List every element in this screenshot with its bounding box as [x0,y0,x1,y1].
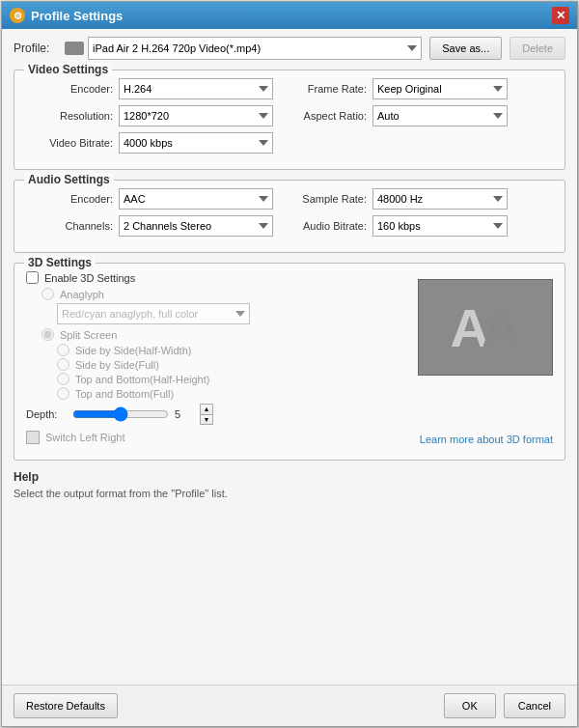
audio-encoder-col: Encoder: AAC [26,188,290,215]
video-settings-title: Video Settings [24,63,112,76]
channels-select[interactable]: 2 Channels Stereo [119,215,273,237]
learn-more-row: Learn more about 3D format [131,433,553,446]
app-icon: ⚙ [10,8,25,23]
titlebar: ⚙ Profile Settings ✕ [2,2,577,29]
3d-settings-title: 3D Settings [24,256,96,269]
side-by-side-half-radio[interactable] [57,344,69,356]
enable-3d-checkbox[interactable] [26,271,39,284]
resolution-col: Resolution: 1280*720 [26,105,290,132]
audio-encoder-label: Encoder: [26,193,113,205]
audio-settings-section: Audio Settings Encoder: AAC Sample Rate: [14,180,565,253]
audio-bitrate-label: Audio Bitrate: [290,220,367,232]
save-as-button[interactable]: Save as... [429,37,502,60]
aspect-ratio-row: Aspect Ratio: Auto [290,105,553,126]
encoder-col: Encoder: H.264 [26,78,290,105]
footer-right: OK Cancel [444,693,565,718]
switch-left-right-row: Switch Left Right Learn more about 3D fo… [26,429,553,446]
aspect-ratio-col: Aspect Ratio: Auto [290,105,553,132]
top-bottom-half-radio[interactable] [57,373,69,385]
encoder-row: Encoder: H.264 [26,78,290,99]
resolution-row: Resolution: 1280*720 [26,105,290,126]
encoder-label: Encoder: [26,83,113,95]
audio-bitrate-row: Audio Bitrate: 160 kbps [290,215,553,237]
delete-button[interactable]: Delete [510,37,565,60]
video-settings-section: Video Settings Encoder: H.264 Frame Rate… [14,70,565,170]
depth-slider[interactable] [72,406,169,422]
profile-icon [65,42,84,55]
top-bottom-half-label: Top and Bottom(Half-Height) [75,374,209,385]
profile-select-container: iPad Air 2 H.264 720p Video(*.mp4) [65,37,422,60]
titlebar-left: ⚙ Profile Settings [10,8,123,23]
side-by-side-half-label: Side by Side(Half-Width) [75,345,191,356]
frame-rate-label: Frame Rate: [290,83,367,95]
switch-left-right-label: Switch Left Right [45,432,125,443]
depth-increment-button[interactable]: ▲ [201,405,212,415]
main-content: Profile: iPad Air 2 H.264 720p Video(*.m… [2,29,577,685]
profile-select[interactable]: iPad Air 2 H.264 720p Video(*.mp4) [88,37,422,60]
video-row-1: Encoder: H.264 Frame Rate: Keep Original [26,78,553,105]
side-by-side-full-label: Side by Side(Full) [75,359,159,371]
switch-left-right-checkbox[interactable] [26,431,40,444]
split-screen-label: Split Screen [60,329,117,341]
video-bitrate-row: Video Bitrate: 4000 kbps [26,132,553,154]
3d-settings-section: 3D Settings A A Enable 3D Settings Anagl… [14,263,565,461]
channels-col: Channels: 2 Channels Stereo [26,215,290,242]
sample-rate-col: Sample Rate: 48000 Hz [290,188,553,215]
window-title: Profile Settings [31,9,123,23]
audio-row-1: Encoder: AAC Sample Rate: 48000 Hz [26,188,553,215]
split-screen-radio[interactable] [41,328,54,341]
audio-bitrate-col: Audio Bitrate: 160 kbps [290,215,553,242]
video-row-2: Resolution: 1280*720 Aspect Ratio: Auto [26,105,553,132]
footer: Restore Defaults OK Cancel [2,685,577,726]
resolution-select[interactable]: 1280*720 [119,105,273,126]
help-section: Help Select the output format from the "… [14,470,565,499]
audio-encoder-row: Encoder: AAC [26,188,290,210]
aspect-ratio-select[interactable]: Auto [372,105,508,126]
video-bitrate-label: Video Bitrate: [26,137,113,149]
slider-container: 5 ▲ ▼ [72,404,213,425]
3d-preview-box: A A [418,279,553,376]
cancel-button[interactable]: Cancel [504,693,565,718]
frame-rate-col: Frame Rate: Keep Original [290,78,553,105]
depth-spinner: ▲ ▼ [200,404,213,425]
top-bottom-full-row: Top and Bottom(Full) [57,387,553,400]
learn-more-link[interactable]: Learn more about 3D format [420,434,553,445]
video-bitrate-select[interactable]: 4000 kbps [119,132,273,154]
audio-row-2: Channels: 2 Channels Stereo Audio Bitrat… [26,215,553,242]
audio-encoder-select[interactable]: AAC [119,188,273,210]
depth-row: Depth: 5 ▲ ▼ [26,404,553,425]
frame-rate-row: Frame Rate: Keep Original [290,78,553,99]
anaglyph-radio[interactable] [41,288,54,300]
aspect-ratio-label: Aspect Ratio: [290,110,367,122]
resolution-label: Resolution: [26,110,113,122]
profile-row: Profile: iPad Air 2 H.264 720p Video(*.m… [14,37,565,60]
restore-defaults-button[interactable]: Restore Defaults [14,693,118,718]
side-by-side-full-radio[interactable] [57,358,69,371]
ok-button[interactable]: OK [444,693,496,718]
top-bottom-full-radio[interactable] [57,387,69,400]
encoder-select[interactable]: H.264 [119,78,273,99]
depth-label: Depth: [26,408,65,420]
close-button[interactable]: ✕ [552,7,569,24]
channels-row: Channels: 2 Channels Stereo [26,215,290,237]
sample-rate-select[interactable]: 48000 Hz [372,188,508,210]
depth-value: 5 [175,408,194,420]
anaglyph-label: Anaglyph [60,289,104,300]
enable-3d-label: Enable 3D Settings [44,272,135,284]
audio-settings-title: Audio Settings [24,173,114,186]
channels-label: Channels: [26,220,113,232]
profile-label: Profile: [14,42,57,55]
profile-settings-window: ⚙ Profile Settings ✕ Profile: iPad Air 2… [1,1,578,727]
help-text: Select the output format from the "Profi… [14,488,565,499]
top-bottom-full-label: Top and Bottom(Full) [75,388,174,400]
depth-decrement-button[interactable]: ▼ [201,415,212,425]
frame-rate-select[interactable]: Keep Original [372,78,508,99]
anaglyph-type-select[interactable]: Red/cyan anaglyph, full color [57,303,250,324]
sample-rate-label: Sample Rate: [290,193,367,205]
audio-bitrate-select[interactable]: 160 kbps [372,215,508,237]
help-title: Help [14,470,565,484]
sample-rate-row: Sample Rate: 48000 Hz [290,188,553,210]
